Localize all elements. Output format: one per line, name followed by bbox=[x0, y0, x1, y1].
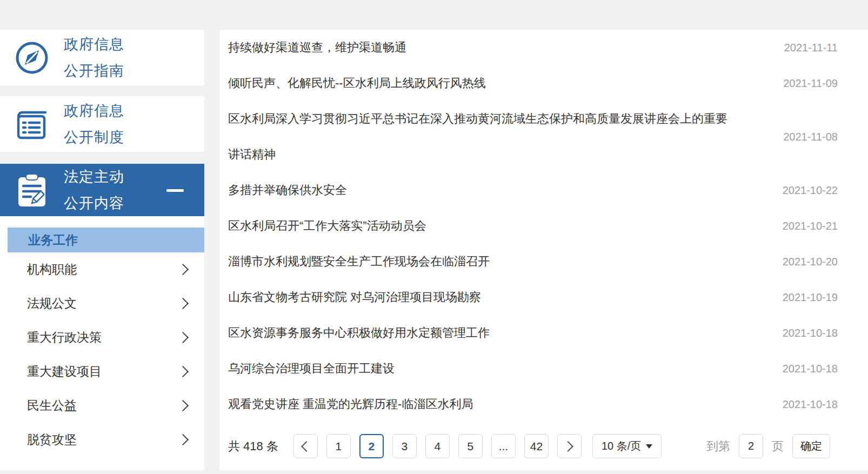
sidebar-item-label: 政府信息 公开制度 bbox=[64, 98, 124, 151]
chevron-right-icon bbox=[177, 332, 189, 343]
news-date: 2021-10-21 bbox=[783, 220, 838, 232]
submenu-item[interactable]: 民生公益 bbox=[0, 389, 204, 423]
news-title-link[interactable]: 区水利局深入学习贯彻习近平总书记在深入推动黄河流域生态保护和高质量发展讲座会上的… bbox=[228, 101, 736, 172]
chevron-right-icon bbox=[177, 400, 189, 411]
news-date: 2021-10-20 bbox=[783, 256, 838, 268]
sidebar-item-proactive-disclosure[interactable]: 法定主动 公开内容 bbox=[0, 164, 204, 216]
sidebar: 政府信息 公开指南 政府信息 公开制度 bbox=[0, 30, 204, 470]
chevron-right-icon bbox=[177, 366, 189, 377]
collapse-minus-icon[interactable] bbox=[166, 189, 184, 192]
sidebar-item-label: 政府信息 公开指南 bbox=[64, 31, 124, 84]
news-date: 2021-10-18 bbox=[783, 363, 838, 375]
chevron-right-icon bbox=[177, 298, 189, 309]
news-title-link[interactable]: 乌河综合治理项目全面开工建设 bbox=[228, 351, 736, 386]
chevron-right-icon bbox=[177, 434, 189, 445]
next-page-button[interactable] bbox=[557, 434, 582, 458]
news-date: 2021-10-18 bbox=[783, 398, 838, 411]
news-row: 区水资源事务服务中心积极做好用水定额管理工作 2021-10-18 bbox=[219, 315, 868, 351]
news-date: 2021-10-19 bbox=[783, 291, 838, 304]
news-title-link[interactable]: 倾听民声、化解民忧--区水利局上线政风行风热线 bbox=[228, 65, 736, 101]
news-date: 2021-10-22 bbox=[783, 184, 838, 197]
sidebar-item-disclosure-guide[interactable]: 政府信息 公开指南 bbox=[0, 30, 204, 85]
confirm-button[interactable]: 确定 bbox=[792, 434, 830, 458]
compass-icon bbox=[14, 40, 50, 76]
page-number-button[interactable]: 5 bbox=[458, 434, 483, 458]
sidebar-item-disclosure-system[interactable]: 政府信息 公开制度 bbox=[0, 96, 204, 152]
news-title-link[interactable]: 区水资源事务服务中心积极做好用水定额管理工作 bbox=[228, 315, 736, 351]
goto-page-input[interactable] bbox=[739, 434, 763, 458]
page-number-button[interactable]: ... bbox=[491, 434, 516, 458]
sidebar-submenu: 业务工作 机构职能 法规公文 重大行政决策 bbox=[0, 216, 204, 470]
submenu-item[interactable]: 法规公文 bbox=[0, 286, 204, 321]
submenu-item-business-work[interactable]: 业务工作 bbox=[8, 228, 204, 252]
news-row: 区水利局深入学习贯彻习近平总书记在深入推动黄河流域生态保护和高质量发展讲座会上的… bbox=[219, 101, 868, 172]
submenu-item[interactable]: 重大建设项目 bbox=[0, 355, 204, 389]
chevron-left-icon bbox=[302, 441, 312, 452]
page-number-list: 1 2 3 4 5 ... 42 bbox=[326, 434, 557, 458]
page-number-button[interactable]: 3 bbox=[392, 434, 417, 458]
news-row: 多措并举确保供水安全 2021-10-22 bbox=[219, 172, 868, 208]
news-panel: 持续做好渠道巡查，维护渠道畅通 2021-11-11 倾听民声、化解民忧--区水… bbox=[219, 30, 868, 470]
chevron-right-icon bbox=[563, 441, 574, 452]
news-list: 持续做好渠道巡查，维护渠道畅通 2021-11-11 倾听民声、化解民忧--区水… bbox=[219, 30, 868, 422]
page-number-button[interactable]: 42 bbox=[524, 434, 549, 458]
pagination-bar: 共 418 条 1 2 3 4 5 ... 42 bbox=[219, 422, 868, 470]
submenu-item[interactable]: 脱贫攻坚 bbox=[0, 423, 204, 457]
chevron-right-icon bbox=[177, 264, 189, 275]
news-date: 2021-11-09 bbox=[783, 77, 838, 90]
news-row: 淄博市水利规划暨安全生产工作现场会在临淄召开 2021-10-20 bbox=[219, 244, 868, 279]
ledger-icon bbox=[14, 106, 50, 142]
page: 政府信息 公开指南 政府信息 公开制度 bbox=[0, 0, 868, 474]
news-row: 区水利局召开“工作大落实”活动动员会 2021-10-21 bbox=[219, 208, 868, 244]
clipboard-pencil-icon bbox=[14, 172, 50, 208]
news-title-link[interactable]: 持续做好渠道巡查，维护渠道畅通 bbox=[228, 30, 736, 65]
news-row: 观看党史讲座 重温党的光辉历程-临淄区水利局 2021-10-18 bbox=[219, 386, 868, 422]
page-size-dropdown[interactable]: 10 条/页 bbox=[592, 434, 662, 458]
goto-prefix-label: 到第 bbox=[706, 438, 730, 455]
goto-page-group: 到第 页 确定 bbox=[706, 434, 830, 458]
news-row: 山东省文物考古研究院 对乌河治理项目现场勘察 2021-10-19 bbox=[219, 279, 868, 315]
news-row: 持续做好渠道巡查，维护渠道畅通 2021-11-11 bbox=[219, 30, 868, 65]
sidebar-item-label: 法定主动 公开内容 bbox=[64, 164, 124, 217]
news-date: 2021-11-11 bbox=[784, 42, 838, 54]
total-count-label: 共 418 条 bbox=[228, 438, 278, 455]
news-title-link[interactable]: 淄博市水利规划暨安全生产工作现场会在临淄召开 bbox=[228, 244, 736, 279]
page-number-button[interactable]: 4 bbox=[425, 434, 450, 458]
news-row: 倾听民声、化解民忧--区水利局上线政风行风热线 2021-11-09 bbox=[219, 65, 868, 101]
news-title-link[interactable]: 多措并举确保供水安全 bbox=[228, 172, 736, 208]
news-date: 2021-10-18 bbox=[783, 327, 838, 339]
submenu-item[interactable]: 机构职能 bbox=[0, 252, 204, 286]
news-row: 乌河综合治理项目全面开工建设 2021-10-18 bbox=[219, 351, 868, 386]
page-number-button[interactable]: 1 bbox=[326, 434, 351, 458]
submenu-list: 机构职能 法规公文 重大行政决策 重大建设项目 bbox=[0, 252, 204, 457]
dropdown-caret-icon bbox=[646, 444, 652, 449]
goto-suffix-label: 页 bbox=[772, 438, 784, 455]
prev-page-button[interactable] bbox=[293, 434, 318, 458]
news-title-link[interactable]: 观看党史讲座 重温党的光辉历程-临淄区水利局 bbox=[228, 386, 736, 422]
news-date: 2021-11-08 bbox=[783, 131, 838, 143]
news-title-link[interactable]: 山东省文物考古研究院 对乌河治理项目现场勘察 bbox=[228, 279, 736, 315]
news-title-link[interactable]: 区水利局召开“工作大落实”活动动员会 bbox=[228, 208, 736, 244]
submenu-item[interactable]: 重大行政决策 bbox=[0, 321, 204, 355]
page-number-button[interactable]: 2 bbox=[359, 434, 384, 458]
